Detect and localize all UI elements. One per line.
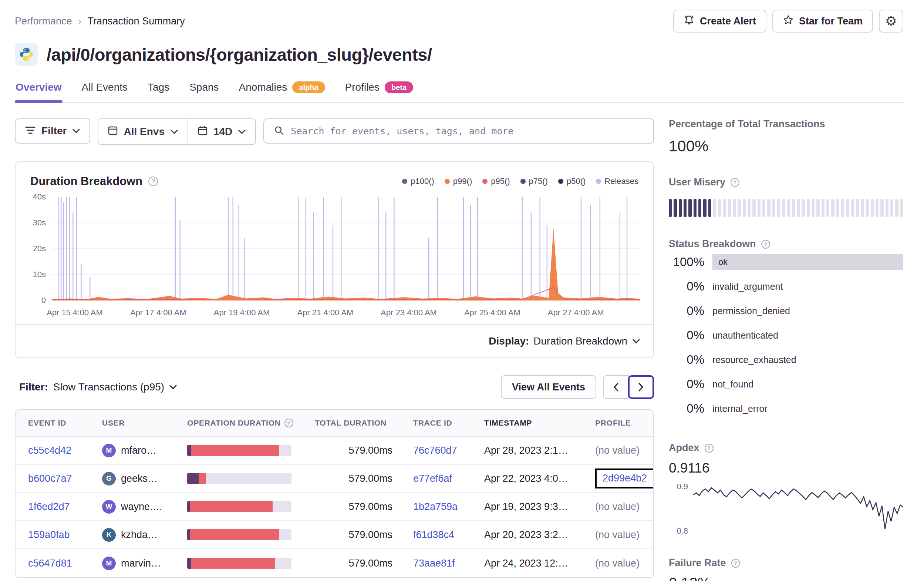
chevron-down-icon <box>632 339 640 343</box>
help-icon[interactable]: ? <box>284 419 293 427</box>
tab-profiles[interactable]: Profiles beta <box>344 79 414 102</box>
total-duration: 579.00ms <box>315 529 393 541</box>
avatar: W <box>102 500 116 514</box>
next-page-button[interactable] <box>628 375 654 399</box>
beta-badge: beta <box>385 81 413 93</box>
date-range-dropdown[interactable]: 14D <box>188 119 255 144</box>
tab-all-events[interactable]: All Events <box>81 79 129 102</box>
filter-label: Filter <box>41 125 67 137</box>
trace-id-link[interactable]: f61d38c4 <box>413 529 454 541</box>
operation-duration-bar[interactable] <box>187 473 292 484</box>
tab-label: All Events <box>82 81 128 93</box>
sidebar: Percentage of Total Transactions 100% Us… <box>669 118 903 581</box>
apdex-title: Apdex ? <box>669 442 903 454</box>
table-row: b600c7a7 Ggeeks… 579.00ms e77ef6af Apr 2… <box>15 465 653 493</box>
table-row: 159a0fab Kkzhda… 579.00ms f61d38c4 Apr 2… <box>15 521 653 549</box>
status-label: invalid_argument <box>713 281 783 292</box>
create-alert-button[interactable]: Create Alert <box>673 10 766 33</box>
environment-dropdown[interactable]: All Envs <box>98 119 187 144</box>
col-event-id: EVENT ID <box>15 419 102 427</box>
tab-anomalies[interactable]: Anomalies alpha <box>238 79 326 102</box>
legend-releases[interactable]: Releases <box>596 177 639 186</box>
operation-duration-bar[interactable] <box>187 445 292 456</box>
gear-icon: ⚙ <box>885 15 897 28</box>
profile-link-highlighted[interactable]: 2d99e4b2 <box>595 468 654 488</box>
star-icon <box>783 15 794 28</box>
legend-p95[interactable]: p95() <box>482 177 510 186</box>
operation-duration-bar[interactable] <box>187 558 292 569</box>
user-name: marvin… <box>121 558 161 569</box>
user-misery-bars[interactable] <box>669 199 903 217</box>
status-breakdown-title: Status Breakdown ? <box>669 238 903 250</box>
trace-id-link[interactable]: e77ef6af <box>413 473 452 484</box>
help-icon[interactable]: ? <box>148 177 158 186</box>
tab-tags[interactable]: Tags <box>147 79 170 102</box>
event-id-link[interactable]: b600c7a7 <box>28 473 72 484</box>
legend-dot <box>445 179 450 184</box>
search-input[interactable] <box>291 126 644 137</box>
status-row: 0%resource_exhausted <box>669 348 903 372</box>
view-all-events-button[interactable]: View All Events <box>501 375 596 399</box>
duration-chart-x-axis: Apr 15 4:00 AMApr 17 4:00 AMApr 19 4:00 … <box>52 305 640 323</box>
display-dropdown[interactable]: Duration Breakdown <box>533 335 640 347</box>
event-id-link[interactable]: c55c4d42 <box>28 445 71 456</box>
failure-rate-title: Failure Rate ? <box>669 557 903 569</box>
title-row: /api/0/organizations/{organization_slug}… <box>15 43 903 66</box>
status-bar[interactable]: ok <box>713 254 903 270</box>
status-label: ok <box>718 257 728 267</box>
col-total-duration: TOTAL DURATION <box>315 419 393 427</box>
trace-id-link[interactable]: 73aae81f <box>413 558 455 569</box>
event-id-link[interactable]: 1f6ed2d7 <box>28 501 70 513</box>
event-id-link[interactable]: c5647d81 <box>28 558 72 569</box>
trace-id-link[interactable]: 1b2a759a <box>413 501 457 513</box>
python-platform-icon <box>15 43 38 66</box>
event-id-link[interactable]: 159a0fab <box>28 529 70 541</box>
chevron-down-icon <box>170 129 178 134</box>
star-for-team-button[interactable]: Star for Team <box>772 10 873 33</box>
help-icon[interactable]: ? <box>705 444 714 453</box>
operation-duration-bar[interactable] <box>187 501 292 512</box>
settings-button[interactable]: ⚙ <box>879 10 903 33</box>
col-operation-duration: OPERATION DURATION? <box>187 419 315 427</box>
chevron-down-icon <box>73 129 80 133</box>
user-name: mfaro… <box>121 445 157 456</box>
help-icon[interactable]: ? <box>731 559 740 568</box>
col-timestamp: TIMESTAMP <box>484 419 595 427</box>
previous-page-button[interactable] <box>603 375 629 399</box>
header-actions: Create Alert Star for Team ⚙ <box>673 10 903 33</box>
failure-rate-section: Failure Rate ? 0.12% <box>669 557 903 581</box>
apdex-value: 0.9116 <box>669 460 903 476</box>
trace-id-link[interactable]: 76c760d7 <box>413 445 457 456</box>
status-label: internal_error <box>713 403 767 414</box>
duration-chart-plot[interactable] <box>52 197 640 301</box>
help-icon[interactable]: ? <box>761 240 770 249</box>
legend-p100[interactable]: p100() <box>402 177 434 186</box>
legend-dot <box>520 179 526 184</box>
legend-p75[interactable]: p75() <box>520 177 548 186</box>
legend-p99[interactable]: p99() <box>445 177 472 186</box>
avatar: M <box>102 556 116 570</box>
total-duration: 579.00ms <box>315 558 393 569</box>
profile-value: (no value) <box>595 529 640 541</box>
percent-transactions-value: 100% <box>669 137 903 155</box>
filter-dropdown[interactable]: Filter <box>15 118 90 144</box>
tab-overview[interactable]: Overview <box>15 79 63 102</box>
user-misery-section: User Misery ? <box>669 177 903 217</box>
breadcrumb-chevron-icon: › <box>78 15 82 27</box>
status-breakdown-section: Status Breakdown ? 100% ok 0%invalid_arg… <box>669 238 903 421</box>
status-label: not_found <box>713 379 754 390</box>
tab-spans[interactable]: Spans <box>189 79 219 102</box>
table-row: c55c4d42 Mmfaro… 579.00ms 76c760d7 Apr 2… <box>15 437 653 465</box>
user-name: kzhda… <box>121 529 158 541</box>
events-table: EVENT ID USER OPERATION DURATION? TOTAL … <box>15 409 654 578</box>
slow-transactions-filter-dropdown[interactable]: Filter: Slow Transactions (p95) <box>15 381 181 393</box>
operation-duration-bar[interactable] <box>187 529 292 540</box>
apdex-chart[interactable]: 0.9 0.8 <box>669 481 903 536</box>
status-percent: 100% <box>669 255 704 269</box>
display-value: Duration Breakdown <box>533 335 627 347</box>
avatar: M <box>102 444 116 457</box>
legend-p50[interactable]: p50() <box>558 177 586 186</box>
breadcrumb-performance[interactable]: Performance <box>15 15 72 27</box>
help-icon[interactable]: ? <box>731 178 739 187</box>
legend-dot <box>596 179 601 184</box>
